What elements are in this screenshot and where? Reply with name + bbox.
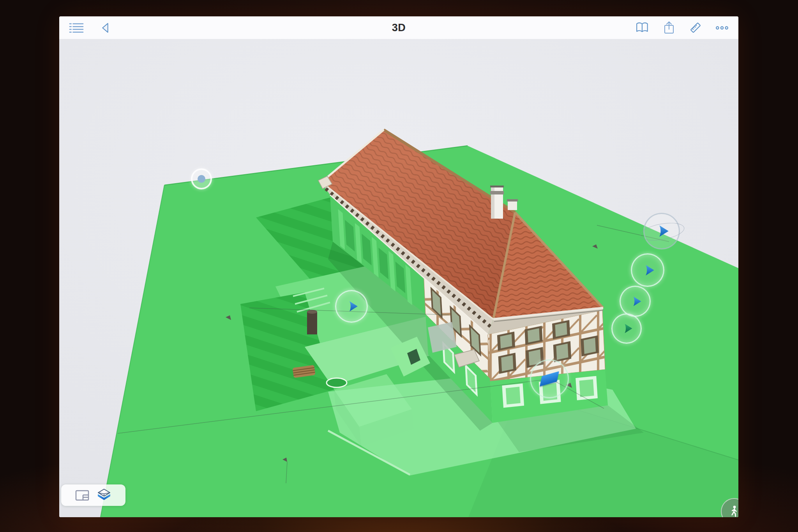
- navigation-bar: 3D: [59, 16, 738, 39]
- walkthrough-4-marker[interactable]: [620, 286, 651, 317]
- share-button[interactable]: [661, 20, 677, 35]
- walkthrough-5-marker[interactable]: [611, 313, 642, 344]
- ruler-icon: [689, 21, 703, 35]
- bookmarks-icon: [636, 22, 650, 34]
- walkthrough-2-marker[interactable]: [643, 213, 680, 249]
- planter: [327, 378, 347, 387]
- measure-button[interactable]: [688, 20, 703, 35]
- camera-cone-icon: [642, 264, 657, 277]
- model-3d-icon: [96, 488, 112, 502]
- layout-sheet-icon: [75, 490, 89, 501]
- more-button[interactable]: [714, 20, 730, 35]
- view-options-button[interactable]: [61, 484, 125, 506]
- camera-cone-icon: [655, 224, 671, 238]
- camera-plane-icon: [540, 371, 559, 386]
- top-view-marker[interactable]: [530, 359, 569, 398]
- item-list-button[interactable]: [69, 20, 84, 35]
- ellipsis-icon: [715, 25, 729, 30]
- view-dot-marker[interactable]: [191, 168, 212, 189]
- 3d-viewport[interactable]: [59, 39, 738, 517]
- walkthrough-3-marker[interactable]: [631, 253, 664, 287]
- camera-cone-icon: [630, 295, 643, 307]
- share-icon: [663, 21, 675, 35]
- camera-cone-icon: [621, 323, 634, 334]
- camera-dot-icon: [198, 175, 205, 183]
- item-list-icon: [69, 22, 84, 34]
- back-icon: [100, 22, 111, 34]
- back-button[interactable]: [97, 20, 113, 35]
- bookmarks-button[interactable]: [635, 20, 650, 35]
- walk-person-icon: [727, 505, 738, 517]
- walkthrough-1-marker[interactable]: [335, 290, 368, 323]
- camera-cone-icon: [346, 300, 360, 313]
- app-window: 3D: [59, 16, 738, 517]
